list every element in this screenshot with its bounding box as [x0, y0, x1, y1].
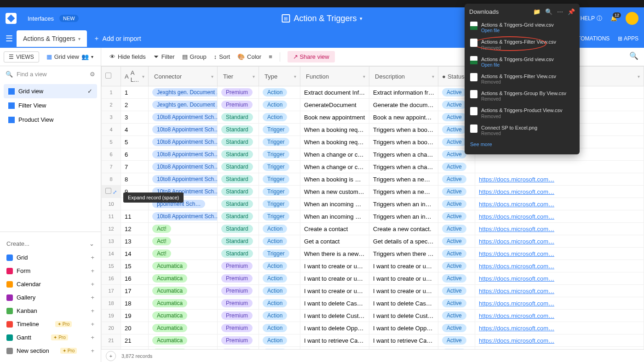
- view-item[interactable]: Grid view✓: [4, 84, 97, 98]
- cell-type[interactable]: Action: [259, 223, 300, 235]
- search-icon[interactable]: 🔍: [545, 8, 552, 15]
- cell-status[interactable]: Active: [438, 347, 475, 350]
- cell-connector[interactable]: Acumatica: [149, 322, 218, 334]
- cell-status[interactable]: Active: [438, 186, 475, 198]
- views-button[interactable]: ☰VIEWS: [4, 51, 39, 62]
- cell-id[interactable]: 2: [121, 99, 149, 111]
- cell-link[interactable]: https://docs.microsoft.com…: [475, 334, 644, 347]
- view-item[interactable]: Product View: [4, 113, 97, 127]
- cell-type[interactable]: Action: [259, 322, 300, 334]
- cell-type[interactable]: Action: [259, 99, 300, 111]
- cell-description[interactable]: Triggers when a new custo…: [369, 186, 438, 198]
- cell-id[interactable]: 12: [121, 223, 149, 235]
- cell-function[interactable]: When a change or cancella…: [300, 148, 369, 161]
- color-button[interactable]: 🎨Color: [237, 53, 261, 60]
- cell-connector[interactable]: 10to8 Appointment Sch…: [149, 173, 218, 186]
- cell-description[interactable]: Triggers when a change or …: [369, 161, 438, 173]
- expand-icon[interactable]: ⤢: [113, 189, 117, 195]
- row-checkbox[interactable]: [105, 188, 111, 194]
- cell-link[interactable]: https://docs.microsoft.com…: [475, 223, 644, 235]
- cell-status[interactable]: Active: [438, 260, 475, 272]
- cell-connector[interactable]: Jexghts gen. Document ...: [149, 99, 218, 111]
- cell-connector[interactable]: Acumatica: [149, 334, 218, 347]
- cell-tier[interactable]: Standard: [218, 111, 259, 124]
- cell-link[interactable]: https://docs.microsoft.com…: [475, 248, 644, 260]
- cell-tier[interactable]: Premium: [218, 334, 259, 347]
- notifications-button[interactable]: 🔔12: [610, 15, 617, 22]
- create-item[interactable]: New section✦ Pro+: [0, 344, 101, 357]
- apps-link[interactable]: ⊞ APPS: [618, 35, 638, 42]
- download-item[interactable]: Actions & Triggers-Filter View.csvRemove…: [469, 36, 575, 53]
- cell-type[interactable]: Trigger: [259, 148, 300, 161]
- cell-id[interactable]: 19: [121, 310, 149, 322]
- cell-tier[interactable]: Standard: [218, 235, 259, 248]
- cell-type[interactable]: Trigger: [259, 186, 300, 198]
- cell-status[interactable]: Active: [438, 173, 475, 186]
- cell-description[interactable]: I want to create or update …: [369, 285, 438, 297]
- cell-connector[interactable]: 10to8 Appointment Sch…: [149, 136, 218, 148]
- cell-status[interactable]: Active: [438, 248, 475, 260]
- cell-connector[interactable]: Acumatica: [149, 272, 218, 285]
- cell-status[interactable]: Active: [438, 322, 475, 334]
- cell-type[interactable]: Trigger: [259, 173, 300, 186]
- cell-description[interactable]: Generate the document ba…: [369, 99, 438, 111]
- cell-id[interactable]: 22: [121, 347, 149, 350]
- cell-link[interactable]: https://docs.microsoft.com…: [475, 198, 644, 210]
- cell-link[interactable]: https://docs.microsoft.com…: [475, 347, 644, 350]
- gear-icon[interactable]: ⚙: [90, 71, 95, 78]
- cell-tier[interactable]: Standard: [218, 161, 259, 173]
- cell-connector[interactable]: Acumatica: [149, 260, 218, 272]
- menu-icon[interactable]: ☰: [6, 34, 13, 44]
- cell-link[interactable]: https://docs.microsoft.com…: [475, 285, 644, 297]
- cell-type[interactable]: Trigger: [259, 210, 300, 223]
- folder-icon[interactable]: 📁: [533, 8, 540, 15]
- download-item[interactable]: Actions & Triggers-Filter View.csvRemove…: [469, 70, 575, 87]
- cell-connector[interactable]: 10to8 Appointment Sch…: [149, 124, 218, 136]
- cell-tier[interactable]: Standard: [218, 210, 259, 223]
- column-header[interactable]: [102, 67, 121, 86]
- cell-id[interactable]: 6: [121, 148, 149, 161]
- cell-link[interactable]: https://docs.microsoft.com…: [475, 260, 644, 272]
- cell-id[interactable]: 3: [121, 111, 149, 124]
- cell-description[interactable]: Extract information from a…: [369, 86, 438, 99]
- cell-type[interactable]: Trigger: [259, 198, 300, 210]
- cell-id[interactable]: 20: [121, 322, 149, 334]
- cell-id[interactable]: 18: [121, 297, 149, 310]
- table-row[interactable]: 2121AcumaticaPremiumActionI want to retr…: [102, 334, 644, 347]
- cell-description[interactable]: Triggers when a change or …: [369, 148, 438, 161]
- cell-link[interactable]: https://docs.microsoft.com…: [475, 186, 644, 198]
- cell-function[interactable]: When an incoming messag…: [300, 210, 369, 223]
- table-row[interactable]: 2020AcumaticaPremiumActionI want to dele…: [102, 322, 644, 334]
- cell-function[interactable]: When a booking request a…: [300, 124, 369, 136]
- table-row[interactable]: 1919AcumaticaPremiumActionI want to dele…: [102, 310, 644, 322]
- search-icon[interactable]: 🔍: [629, 51, 638, 60]
- cell-description[interactable]: I want to delete Case using…: [369, 297, 438, 310]
- cell-tier[interactable]: Premium: [218, 272, 259, 285]
- cell-type[interactable]: Action: [259, 86, 300, 99]
- cell-tier[interactable]: Premium: [218, 99, 259, 111]
- create-item[interactable]: Gallery+: [0, 291, 101, 304]
- column-header[interactable]: Connector▾: [149, 67, 218, 86]
- cell-type[interactable]: Trigger: [259, 248, 300, 260]
- cell-link[interactable]: https://docs.microsoft.com…: [475, 235, 644, 248]
- add-table-button[interactable]: ＋Add or import: [87, 30, 148, 47]
- cell-id[interactable]: 15: [121, 260, 149, 272]
- table-row[interactable]: 2222AcumaticaPremiumActionI want to retr…: [102, 347, 644, 350]
- cell-description[interactable]: I want to retrieve Customer…: [369, 347, 438, 350]
- cell-description[interactable]: Triggers when a booking re…: [369, 136, 438, 148]
- cell-function[interactable]: When a new customer is a…: [300, 186, 369, 198]
- cell-function[interactable]: I want to delete Customer …: [300, 310, 369, 322]
- download-item[interactable]: Actions & Triggers-Product View.csvRemov…: [469, 104, 575, 121]
- table-row[interactable]: 1818AcumaticaPremiumActionI want to dele…: [102, 297, 644, 310]
- cell-id[interactable]: 16: [121, 272, 149, 285]
- cell-type[interactable]: Action: [259, 347, 300, 350]
- cell-function[interactable]: Book new appointment: [300, 111, 369, 124]
- cell-type[interactable]: Action: [259, 111, 300, 124]
- cell-tier[interactable]: Premium: [218, 260, 259, 272]
- cell-description[interactable]: Create a new contact.: [369, 223, 438, 235]
- pin-icon[interactable]: 📌: [568, 8, 575, 15]
- create-item[interactable]: Gantt✦ Pro+: [0, 331, 101, 344]
- cell-tier[interactable]: Premium: [218, 86, 259, 99]
- cell-type[interactable]: Action: [259, 285, 300, 297]
- download-item[interactable]: Actions & Triggers-Grid view.csvOpen fil…: [469, 53, 575, 70]
